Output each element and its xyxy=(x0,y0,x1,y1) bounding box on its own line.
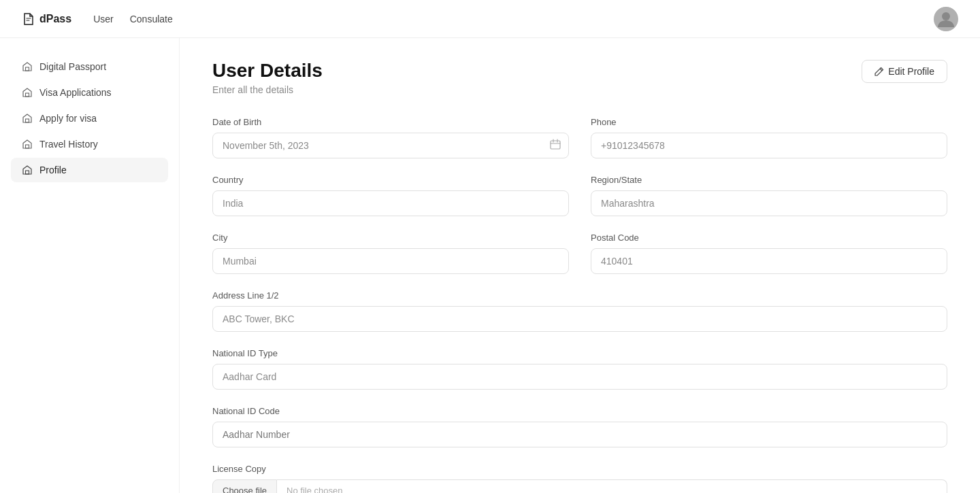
region-group: Region/State xyxy=(591,175,947,216)
nav-link-user[interactable]: User xyxy=(93,14,114,24)
national-id-type-label: National ID Type xyxy=(212,348,947,358)
address-input[interactable] xyxy=(212,306,947,332)
postal-label: Postal Code xyxy=(591,233,947,243)
dob-input[interactable] xyxy=(212,133,569,158)
postal-group: Postal Code xyxy=(591,233,947,274)
sidebar: Digital Passport Visa Applications Apply… xyxy=(0,38,180,493)
sidebar-item-digital-passport[interactable]: Digital Passport xyxy=(11,54,168,79)
sidebar-item-visa-applications[interactable]: Visa Applications xyxy=(11,80,168,105)
home-icon xyxy=(22,61,33,72)
sidebar-item-apply-for-visa-label: Apply for visa xyxy=(39,113,97,124)
svg-point-1 xyxy=(942,12,950,20)
sidebar-item-profile[interactable]: Profile xyxy=(11,158,168,182)
home-icon-3 xyxy=(22,113,33,124)
phone-group: Phone xyxy=(591,117,947,158)
edit-icon xyxy=(875,67,884,76)
logo-text: dPass xyxy=(39,13,71,25)
page-header-text: User Details Enter all the details xyxy=(212,60,323,95)
sidebar-item-digital-passport-label: Digital Passport xyxy=(39,61,106,72)
logo-icon xyxy=(22,12,35,26)
svg-rect-7 xyxy=(551,141,560,149)
license-label: License Copy xyxy=(212,464,947,474)
address-group: Address Line 1/2 xyxy=(212,290,947,332)
dob-input-wrapper xyxy=(212,133,569,158)
dob-label: Date of Birth xyxy=(212,117,569,127)
city-group: City xyxy=(212,233,569,274)
phone-label: Phone xyxy=(591,117,947,127)
calendar-svg xyxy=(550,139,561,150)
layout: Digital Passport Visa Applications Apply… xyxy=(0,38,980,493)
svg-rect-3 xyxy=(26,93,29,97)
nav-logo[interactable]: dPass xyxy=(22,12,71,26)
calendar-icon xyxy=(550,139,561,152)
avatar[interactable] xyxy=(934,7,958,31)
svg-rect-2 xyxy=(26,67,29,71)
national-id-type-input[interactable] xyxy=(212,364,947,390)
address-label: Address Line 1/2 xyxy=(212,290,947,301)
file-no-chosen: No file chosen xyxy=(277,479,947,493)
region-label: Region/State xyxy=(591,175,947,185)
nav-link-consulate[interactable]: Consulate xyxy=(130,14,173,24)
phone-input[interactable] xyxy=(591,133,947,158)
sidebar-item-travel-history-label: Travel History xyxy=(39,139,98,150)
page-title: User Details xyxy=(212,60,323,82)
edit-profile-label: Edit Profile xyxy=(888,66,934,77)
license-group: License Copy Choose file No file chosen xyxy=(212,464,947,493)
dob-group: Date of Birth xyxy=(212,117,569,158)
postal-input[interactable] xyxy=(591,248,947,274)
country-input[interactable] xyxy=(212,190,569,216)
sidebar-item-profile-label: Profile xyxy=(39,165,67,175)
svg-rect-6 xyxy=(26,171,29,174)
navbar: dPass User Consulate xyxy=(0,0,980,38)
user-details-form: Date of Birth Phone Coun xyxy=(212,117,947,493)
home-icon-4 xyxy=(22,139,33,150)
city-label: City xyxy=(212,233,569,243)
national-id-code-label: National ID Code xyxy=(212,406,947,416)
file-choose-button[interactable]: Choose file xyxy=(212,479,277,493)
country-group: Country xyxy=(212,175,569,216)
country-label: Country xyxy=(212,175,569,185)
national-id-type-group: National ID Type xyxy=(212,348,947,390)
edit-profile-button[interactable]: Edit Profile xyxy=(862,60,947,83)
national-id-code-input[interactable] xyxy=(212,422,947,447)
national-id-code-group: National ID Code xyxy=(212,406,947,447)
city-input[interactable] xyxy=(212,248,569,274)
sidebar-item-travel-history[interactable]: Travel History xyxy=(11,132,168,156)
page-subtitle: Enter all the details xyxy=(212,84,323,95)
page-header: User Details Enter all the details Edit … xyxy=(212,60,947,95)
avatar-icon xyxy=(934,7,958,31)
home-icon-2 xyxy=(22,87,33,98)
sidebar-item-apply-for-visa[interactable]: Apply for visa xyxy=(11,106,168,131)
sidebar-item-visa-applications-label: Visa Applications xyxy=(39,87,112,98)
file-input-wrapper: Choose file No file chosen xyxy=(212,479,947,493)
main-content: User Details Enter all the details Edit … xyxy=(180,38,980,493)
nav-links: User Consulate xyxy=(93,14,173,24)
home-icon-5 xyxy=(22,165,33,175)
svg-rect-4 xyxy=(26,119,29,122)
svg-rect-5 xyxy=(26,145,29,148)
region-input[interactable] xyxy=(591,190,947,216)
nav-left: dPass User Consulate xyxy=(22,12,173,26)
